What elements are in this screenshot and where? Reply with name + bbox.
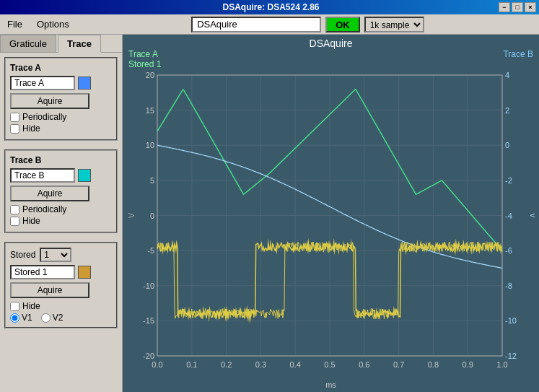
trace-b-input[interactable] bbox=[10, 168, 75, 183]
trace-a-aquire-button[interactable]: Aquire bbox=[10, 93, 89, 109]
trace-b-hide-label: Hide bbox=[22, 216, 40, 226]
stored-hide-label: Hide bbox=[22, 301, 40, 311]
title-bar-title: DSAquire: DSA524 2.86 bbox=[43, 2, 499, 12]
radio-v1-item: V1 bbox=[10, 313, 32, 323]
trace-a-periodically-row: Periodically bbox=[10, 112, 112, 122]
trace-a-input[interactable] bbox=[10, 76, 75, 90]
chart-canvas bbox=[127, 69, 535, 379]
minimize-button[interactable]: − bbox=[499, 2, 510, 12]
stored-section: Stored 1 2 3 Aquire Hide V1 bbox=[4, 242, 118, 328]
trace-a-input-row bbox=[10, 76, 112, 90]
tab-graticule[interactable]: Graticule bbox=[0, 35, 56, 52]
trace-b-color[interactable] bbox=[78, 169, 91, 182]
trace-a-color[interactable] bbox=[78, 77, 91, 90]
tabs: Graticule Trace bbox=[0, 35, 122, 53]
stored-select[interactable]: 1 2 3 bbox=[40, 248, 71, 262]
title-bar-controls: − □ × bbox=[499, 2, 539, 12]
radio-v2[interactable] bbox=[41, 313, 51, 323]
stored-label: Stored bbox=[10, 250, 35, 260]
stored-aquire-button[interactable]: Aquire bbox=[10, 282, 89, 298]
ok-button[interactable]: OK bbox=[325, 17, 360, 32]
stored-input-row bbox=[10, 265, 112, 279]
chart-label-a: Trace A Stored 1 bbox=[128, 49, 161, 69]
radio-v2-label: V2 bbox=[53, 313, 63, 323]
trace-a-periodically-checkbox[interactable] bbox=[10, 113, 19, 122]
trace-b-hide-checkbox[interactable] bbox=[10, 217, 19, 226]
menu-bar: File Options OK 1k sample 2k sample 4k s… bbox=[0, 14, 539, 35]
trace-b-periodically-row: Periodically bbox=[10, 204, 112, 214]
stored-hide-checkbox[interactable] bbox=[10, 302, 19, 311]
left-panel: Graticule Trace Trace A Aquire Periodica… bbox=[0, 35, 123, 392]
stored-header-row: Stored 1 2 3 bbox=[10, 248, 112, 262]
trace-b-hide-row: Hide bbox=[10, 216, 112, 226]
trace-b-periodically-label: Periodically bbox=[22, 204, 66, 214]
stored-radio-row: V1 V2 bbox=[10, 313, 112, 323]
trace-a-hide-checkbox[interactable] bbox=[10, 124, 19, 134]
trace-b-section: Trace B Aquire Periodically Hide bbox=[4, 149, 118, 233]
stored-color[interactable] bbox=[78, 266, 91, 279]
trace-b-title: Trace B bbox=[10, 155, 112, 165]
file-menu[interactable]: File bbox=[3, 17, 27, 31]
close-button[interactable]: × bbox=[525, 2, 536, 12]
tab-trace[interactable]: Trace bbox=[58, 35, 101, 53]
trace-b-aquire-button[interactable]: Aquire bbox=[10, 186, 89, 201]
radio-v1-label: V1 bbox=[22, 313, 32, 323]
title-bar: DSAquire: DSA524 2.86 − □ × bbox=[0, 0, 539, 14]
chart-label-b: Trace B bbox=[503, 49, 533, 69]
trace-a-hide-row: Hide bbox=[10, 123, 112, 134]
trace-a-title: Trace A bbox=[10, 63, 112, 73]
chart-bottom-label: ms bbox=[123, 379, 539, 392]
chart-labels-top: Trace A Stored 1 Trace B bbox=[123, 49, 539, 69]
stored-hide-row: Hide bbox=[10, 301, 112, 311]
sample-select[interactable]: 1k sample 2k sample 4k sample bbox=[364, 17, 424, 32]
trace-a-hide-label: Hide bbox=[22, 123, 40, 134]
main-content: Graticule Trace Trace A Aquire Periodica… bbox=[0, 35, 539, 392]
stored-input[interactable] bbox=[10, 265, 75, 279]
trace-a-periodically-label: Periodically bbox=[22, 112, 66, 122]
radio-v2-item: V2 bbox=[41, 313, 63, 323]
radio-v1[interactable] bbox=[10, 313, 19, 323]
chart-title: DSAquire bbox=[123, 35, 539, 49]
trace-a-section: Trace A Aquire Periodically Hide bbox=[4, 57, 118, 141]
trace-b-input-row bbox=[10, 168, 112, 183]
options-menu[interactable]: Options bbox=[32, 17, 74, 31]
dsaquire-input[interactable] bbox=[191, 17, 321, 32]
maximize-button[interactable]: □ bbox=[512, 2, 523, 12]
chart-area: DSAquire Trace A Stored 1 Trace B ms bbox=[123, 35, 539, 392]
trace-b-periodically-checkbox[interactable] bbox=[10, 205, 19, 214]
chart-inner bbox=[127, 69, 535, 379]
menu-center: OK 1k sample 2k sample 4k sample bbox=[79, 17, 536, 32]
